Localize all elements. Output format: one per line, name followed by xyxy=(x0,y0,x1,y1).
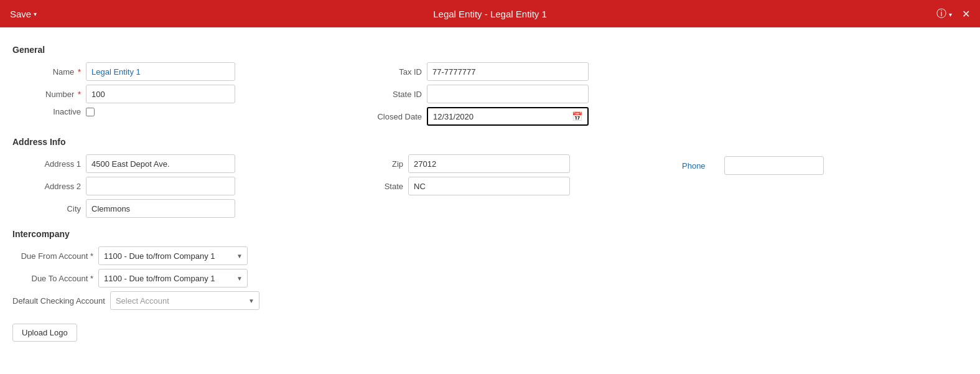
state-id-input[interactable] xyxy=(427,85,589,103)
tax-id-input[interactable] xyxy=(427,62,589,81)
zip-label: Zip xyxy=(372,159,403,169)
top-bar-left: Save ▾ xyxy=(10,9,37,19)
state-id-row: State ID xyxy=(372,85,589,103)
state-row: State xyxy=(372,177,570,195)
address2-input[interactable] xyxy=(86,177,235,195)
number-label: Number * xyxy=(12,90,81,99)
help-icon: ⓘ xyxy=(936,8,946,19)
address1-row: Address 1 xyxy=(12,154,235,173)
inactive-checkbox[interactable] xyxy=(86,108,95,116)
default-checking-row: Default Checking Account Select Account … xyxy=(12,291,968,310)
due-to-label: Due To Account * xyxy=(12,274,93,283)
address2-label: Address 2 xyxy=(12,182,81,191)
address2-row: Address 2 xyxy=(12,177,235,195)
top-bar: Save ▾ Legal Entity - Legal Entity 1 ⓘ ▾… xyxy=(0,0,980,27)
address-right-col: Phone xyxy=(682,154,824,222)
number-required: * xyxy=(75,90,81,99)
closed-date-row: Closed Date 12/31/2020 📅 xyxy=(372,107,589,126)
inactive-label: Inactive xyxy=(12,107,81,116)
tax-id-row: Tax ID xyxy=(372,62,589,81)
closed-date-value: 12/31/2020 xyxy=(433,112,474,121)
help-caret: ▾ xyxy=(949,11,952,18)
inactive-row: Inactive xyxy=(12,107,235,116)
address1-label: Address 1 xyxy=(12,159,81,169)
general-section-title: General xyxy=(12,45,968,55)
default-checking-select[interactable]: Select Account xyxy=(110,291,259,310)
due-from-select[interactable]: 1100 - Due to/from Company 1 xyxy=(98,246,248,265)
default-checking-select-wrapper: Select Account ▼ xyxy=(110,291,259,310)
state-input[interactable] xyxy=(408,177,570,195)
state-label: State xyxy=(372,182,403,191)
help-button[interactable]: ⓘ ▾ xyxy=(936,7,952,21)
inactive-checkbox-wrapper xyxy=(86,108,95,116)
address1-input[interactable] xyxy=(86,154,235,173)
name-row: Name * xyxy=(12,62,235,81)
phone-label: Phone xyxy=(682,161,719,171)
name-required: * xyxy=(75,67,81,77)
due-to-row: Due To Account * 1100 - Due to/from Comp… xyxy=(12,269,968,288)
upload-logo-button[interactable]: Upload Logo xyxy=(12,324,77,342)
zip-row: Zip xyxy=(372,154,570,173)
due-from-required: * xyxy=(88,251,93,261)
phone-row: Phone xyxy=(682,156,824,175)
name-input[interactable] xyxy=(86,62,235,81)
close-button[interactable]: ✕ xyxy=(962,8,970,20)
main-content: General Name * Number * Inactive xyxy=(0,27,980,352)
general-left-col: Name * Number * Inactive xyxy=(12,62,235,129)
due-to-required: * xyxy=(88,274,93,283)
number-row: Number * xyxy=(12,85,235,103)
closed-date-label: Closed Date xyxy=(372,112,422,121)
address-mid-col: Zip State xyxy=(372,154,570,222)
phone-input[interactable] xyxy=(724,156,824,175)
due-to-select-wrapper: 1100 - Due to/from Company 1 ▼ xyxy=(98,269,248,288)
address-section-title: Address Info xyxy=(12,137,968,147)
due-to-select[interactable]: 1100 - Due to/from Company 1 xyxy=(98,269,248,288)
page-title: Legal Entity - Legal Entity 1 xyxy=(433,9,547,19)
intercompany-col: Due From Account * 1100 - Due to/from Co… xyxy=(12,246,968,310)
close-icon: ✕ xyxy=(962,9,970,19)
calendar-icon[interactable]: 📅 xyxy=(572,111,582,121)
closed-date-field[interactable]: 12/31/2020 📅 xyxy=(427,107,589,126)
save-label: Save xyxy=(10,9,31,19)
intercompany-section-title: Intercompany xyxy=(12,229,968,239)
tax-id-label: Tax ID xyxy=(372,67,422,77)
due-from-select-wrapper: 1100 - Due to/from Company 1 ▼ xyxy=(98,246,248,265)
due-from-label: Due From Account * xyxy=(12,251,93,261)
general-right-col: Tax ID State ID Closed Date 12/31/2020 📅 xyxy=(372,62,589,129)
top-bar-right: ⓘ ▾ ✕ xyxy=(936,7,970,21)
state-id-label: State ID xyxy=(372,90,422,99)
save-caret: ▾ xyxy=(34,11,37,17)
name-label: Name * xyxy=(12,67,81,77)
zip-input[interactable] xyxy=(408,154,570,173)
number-input[interactable] xyxy=(86,85,235,103)
city-row: City xyxy=(12,199,235,218)
city-label: City xyxy=(12,204,81,213)
save-button[interactable]: Save ▾ xyxy=(10,9,37,19)
address-left-col: Address 1 Address 2 City xyxy=(12,154,235,222)
due-from-row: Due From Account * 1100 - Due to/from Co… xyxy=(12,246,968,265)
city-input[interactable] xyxy=(86,199,235,218)
default-checking-label: Default Checking Account xyxy=(12,296,105,306)
